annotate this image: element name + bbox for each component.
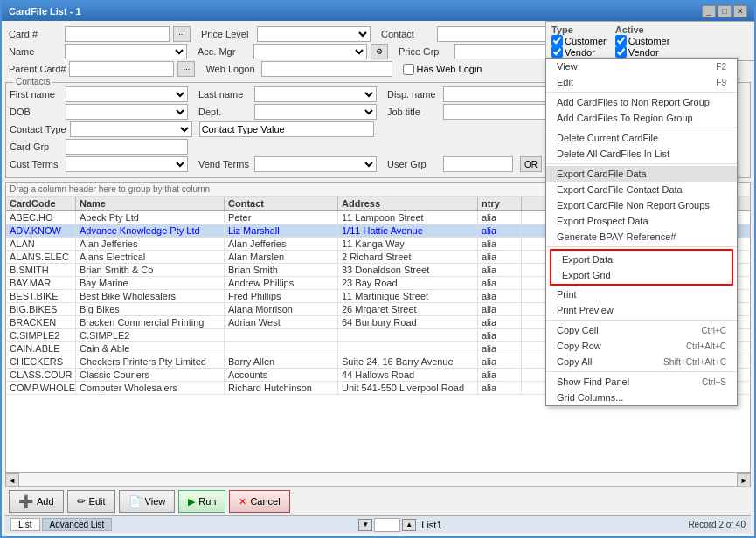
grid-cell-country: alia [478,238,522,250]
vendor-type-checkbox[interactable] [551,46,563,58]
cust-terms-select[interactable] [66,156,188,172]
menu-item-show-find-panel[interactable]: Show Find PanelCtrl+S [546,374,737,390]
menu-item-generate-bpay-reference#[interactable]: Generate BPAY Reference# [546,229,737,245]
grid-cell-address: 11 Kanga Way [338,238,478,250]
has-web-login-checkbox-label[interactable]: Has Web Login [403,64,482,75]
menu-item-delete-current-cardfile[interactable]: Delete Current CardFile [546,130,737,146]
edit-button[interactable]: ✏ Edit [67,490,115,513]
edit-icon: ✏ [77,495,86,507]
parent-card-input[interactable] [69,61,174,77]
first-name-select[interactable] [66,86,188,102]
minimize-button[interactable]: _ [702,5,716,17]
grid-cell-name: Abeck Pty Ltd [76,211,225,224]
menu-item-grid-columns...[interactable]: Grid Columns... [546,390,737,405]
col-contact[interactable]: Contact [225,197,338,210]
parent-card-dotted-btn[interactable]: ··· [177,61,195,77]
menu-item-export-prospect-data[interactable]: Export Prospect Data [546,213,737,229]
dept-select[interactable] [254,104,377,120]
run-icon: ▶ [188,496,195,507]
contact-type-value-input[interactable] [199,121,374,137]
menu-item-edit[interactable]: EditF9 [546,74,737,90]
dob-select[interactable] [66,104,188,120]
spinner-down-btn[interactable]: ▼ [358,519,372,531]
spinner-up-btn[interactable]: ▲ [402,519,416,531]
vend-terms-select[interactable] [254,156,377,172]
acc-mgr-select[interactable] [253,44,367,59]
list-tab[interactable]: List [10,518,40,531]
or-button[interactable]: OR [520,156,542,172]
menu-item-add-cardfiles-to-non-report-group[interactable]: Add CardFiles to Non Report Group [546,94,737,110]
advanced-list-tab[interactable]: Advanced List [42,518,113,531]
scroll-right-btn[interactable]: ► [737,473,751,487]
card-dotted-btn[interactable]: ··· [173,26,191,42]
spinner-input[interactable]: 0 [374,518,400,532]
cancel-button[interactable]: ✕ Cancel [229,490,289,513]
menu-item-print-preview[interactable]: Print Preview [546,302,737,318]
vendor-active-checkbox[interactable] [615,46,627,58]
menu-item-export-grid[interactable]: Export Grid [551,267,732,283]
contacts-legend: Contacts [13,77,52,86]
menu-item-copy-row[interactable]: Copy RowCtrl+Alt+C [546,338,737,354]
has-web-login-checkbox[interactable] [403,64,414,75]
grid-cell-country: alia [478,251,522,263]
menu-item-export-cardfile-data[interactable]: Export CardFile Data [546,166,737,182]
close-button[interactable]: ✕ [733,5,747,17]
menu-item-export-cardfile-non-report-groups[interactable]: Export CardFile Non Report Groups [546,197,737,213]
web-logon-input[interactable] [261,61,392,77]
user-grp-input[interactable] [443,156,513,172]
col-address[interactable]: Address [338,197,478,210]
menu-item-add-cardfiles-to-region-group[interactable]: Add CardFiles To Region Group [546,110,737,126]
vendor-active-label[interactable]: Vendor [615,46,670,58]
grid-cell-contact: Alan Marslen [225,251,338,263]
run-button[interactable]: ▶ Run [178,490,225,513]
add-button[interactable]: ➕ Add [9,490,64,513]
scroll-track-h[interactable] [19,473,737,486]
menu-item-export-cardfile-contact-data[interactable]: Export CardFile Contact Data [546,182,737,197]
name-select[interactable] [65,44,187,59]
dob-label: DOB [10,107,62,117]
menu-item-view[interactable]: ViewF2 [546,59,737,74]
grid-cell-address: 1/11 Hattie Avenue [338,224,478,237]
scroll-left-btn[interactable]: ◄ [5,473,19,487]
grid-cell-country: alia [478,303,522,315]
grid-cell-card_code: BRACKEN [6,316,76,328]
type-active-panel: Type Customer Vendor Active Customer [545,21,754,61]
dept-label: Dept. [198,107,251,117]
record-info: Record 2 of 40 [688,520,746,529]
contact-type-select[interactable] [70,121,192,137]
restore-button[interactable]: □ [718,5,732,17]
col-country[interactable]: ntry [478,197,522,210]
menu-separator [546,163,737,164]
menu-item-export-data[interactable]: Export Data [551,252,732,267]
customer-type-label[interactable]: Customer [551,35,607,46]
menu-separator [546,371,737,372]
vendor-active-text: Vendor [628,47,659,58]
menu-item-delete-all-cardfiles-in-list[interactable]: Delete All CardFiles In List [546,146,737,162]
list-name: List1 [421,520,441,530]
title-bar-buttons: _ □ ✕ [702,5,747,17]
last-name-select[interactable] [254,86,377,102]
menu-item-print[interactable]: Print [546,286,737,302]
col-card-code[interactable]: CardCode [6,197,76,210]
card-input[interactable] [65,26,170,42]
grid-cell-contact: Peter [225,211,338,224]
price-level-select[interactable] [257,26,371,42]
customer-type-checkbox[interactable] [551,35,563,46]
menu-item-copy-cell[interactable]: Copy CellCtrl+C [546,322,737,338]
customer-active-label[interactable]: Customer [615,35,670,46]
context-menu: ViewF2EditF9Add CardFiles to Non Report … [545,58,738,406]
grid-cell-address: 11 Martinique Street [338,290,478,302]
grid-cell-card_code: B.SMITH [6,264,76,276]
vendor-type-label[interactable]: Vendor [551,46,607,58]
main-window: CardFile List - 1 _ □ ✕ Card # ··· Price… [0,0,756,538]
card-grp-input[interactable] [66,139,188,155]
view-button[interactable]: 📄 View [119,490,176,513]
grid-cell-address: 44 Hallows Road [338,369,478,381]
menu-item-copy-all[interactable]: Copy AllShift+Ctrl+Alt+C [546,354,737,369]
grid-cell-contact: Fred Phillips [225,290,338,302]
customer-active-checkbox[interactable] [615,35,627,46]
acc-mgr-dotted-btn[interactable]: ⚙ [371,44,388,59]
grid-cell-name: Cain & Able [76,342,225,355]
col-name[interactable]: Name [76,197,225,210]
first-name-label: First name [10,89,62,100]
